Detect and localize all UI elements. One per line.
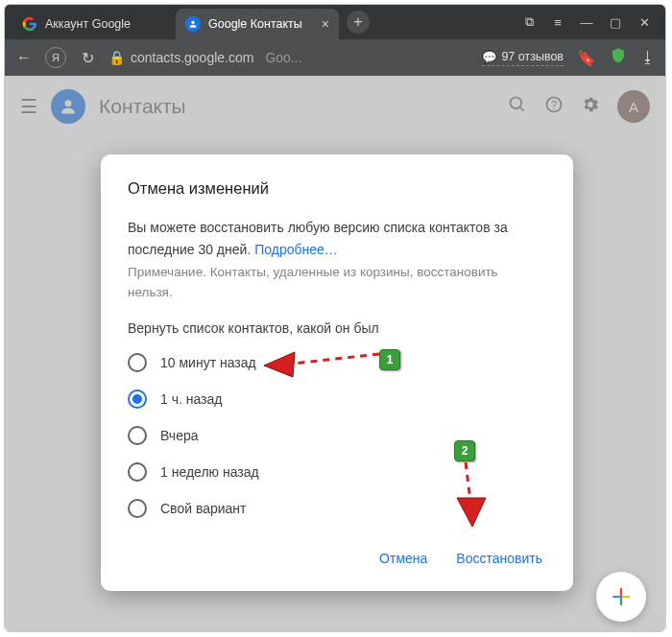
comment-icon: 💬 [482, 50, 497, 64]
tab-inactive[interactable]: Аккаунт Google [12, 9, 176, 39]
fab-add[interactable] [596, 572, 646, 622]
library-icon[interactable]: ⧉ [521, 14, 537, 30]
undo-changes-dialog: Отмена изменений Вы можете восстановить … [101, 154, 573, 591]
svg-point-0 [191, 21, 194, 24]
dialog-note: Примечание. Контакты, удаленные из корзи… [128, 263, 546, 303]
tab-title: Google Контакты [208, 17, 302, 31]
radio-icon-selected [128, 389, 147, 409]
restore-button[interactable]: Восстановить [452, 545, 546, 572]
radio-10min[interactable]: 10 минут назад [128, 353, 546, 372]
dialog-description: Вы можете восстановить любую версию спис… [128, 217, 546, 261]
minimize-icon[interactable]: — [579, 15, 594, 30]
window-close-icon[interactable]: ✕ [636, 15, 652, 30]
annotation-marker-1: 1 [379, 349, 400, 370]
win-controls: ⧉ ≡ — ▢ ✕ [521, 14, 665, 30]
menu-icon[interactable]: ≡ [550, 15, 565, 30]
radio-icon [128, 426, 147, 445]
cancel-button[interactable]: Отмена [375, 545, 431, 572]
radio-yesterday[interactable]: Вчера [128, 426, 546, 445]
url-host: contacts.google.com [131, 50, 253, 65]
tab-title: Аккаунт Google [45, 17, 131, 31]
learn-more-link[interactable]: Подробнее… [254, 242, 338, 257]
reload-icon[interactable]: ↻ [78, 48, 97, 67]
annotation-marker-2: 2 [454, 440, 475, 461]
url-display[interactable]: 🔒 contacts.google.com Goo... [108, 50, 302, 65]
bookmark-icon[interactable]: 🔖 [577, 49, 596, 67]
radio-custom[interactable]: Свой вариант [128, 499, 546, 518]
dialog-title: Отмена изменений [128, 179, 546, 198]
radio-1hour[interactable]: 1 ч. назад [128, 389, 546, 409]
google-icon [22, 16, 37, 32]
download-icon[interactable]: ⭳ [640, 49, 656, 66]
new-tab-button[interactable]: + [347, 11, 370, 34]
close-icon[interactable]: × [322, 16, 329, 32]
dialog-subtitle: Вернуть список контактов, какой он был [128, 320, 546, 336]
contacts-icon [185, 16, 201, 32]
back-icon[interactable]: ← [14, 48, 34, 67]
lock-icon: 🔒 [108, 50, 125, 65]
browser-tabbar: Аккаунт Google Google Контакты × + ⧉ ≡ —… [5, 5, 665, 39]
tab-active[interactable]: Google Контакты × [176, 9, 339, 39]
radio-icon [128, 353, 147, 372]
address-bar: ← Я ↻ 🔒 contacts.google.com Goo... 💬 97 … [5, 39, 665, 76]
shield-icon[interactable] [610, 47, 627, 68]
url-title: Goo... [265, 50, 301, 65]
radio-icon [128, 462, 147, 482]
maximize-icon[interactable]: ▢ [608, 15, 623, 30]
radio-icon [128, 499, 147, 518]
reviews-badge[interactable]: 💬 97 отзывов [482, 50, 564, 66]
yandex-icon[interactable]: Я [45, 47, 66, 68]
radio-1week[interactable]: 1 неделю назад [128, 462, 546, 482]
